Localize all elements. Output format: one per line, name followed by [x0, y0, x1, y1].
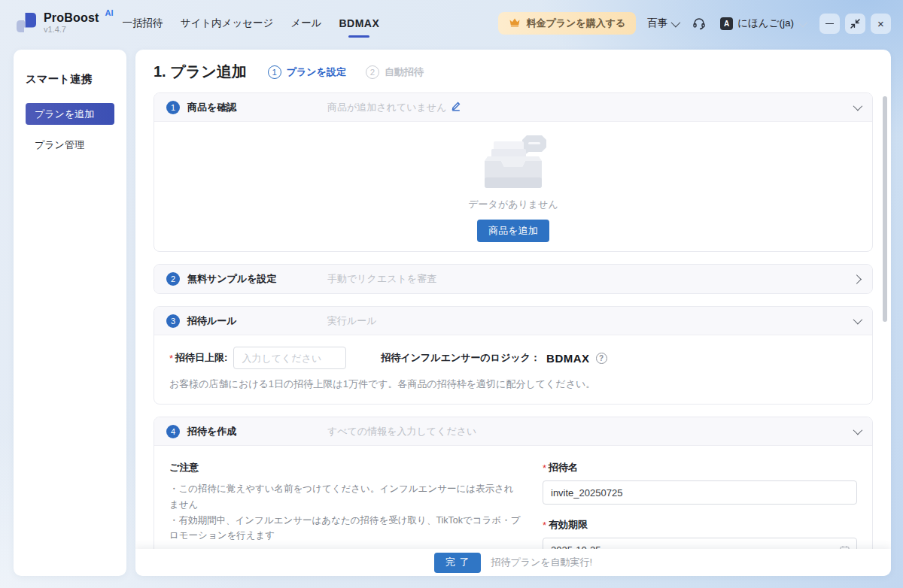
section-4-number: 4 — [166, 425, 180, 438]
help-icon[interactable]: ? — [596, 353, 607, 364]
fullscreen-icon — [850, 19, 860, 29]
step-2-label: 自動招待 — [385, 65, 424, 79]
notice-block: ご注意 ・この招待に覚えやすい名前をつけてください。インフルエンサーには表示され… — [169, 461, 523, 562]
app-name: ProBoost — [44, 11, 99, 25]
daily-limit-note: お客様の店舗における1日の招待上限は1万件です。各商品の招待枠を適切に配分してく… — [169, 377, 857, 391]
top-nav: 一括招待 サイト内メッセージ メール BDMAX — [123, 0, 380, 47]
expand-chevron-icon[interactable] — [852, 274, 862, 284]
notice-item: ・有効期間中、インフルエンサーはあなたの招待を受け取り、TikTokでコラボ・プ… — [169, 513, 523, 544]
notice-item: ・この招待に覚えやすい名前をつけてください。インフルエンサーには表示されません — [169, 481, 523, 513]
close-button[interactable]: × — [871, 14, 891, 34]
collapse-chevron-icon[interactable] — [853, 426, 863, 435]
nav-tab-bulk-invite[interactable]: 一括招待 — [123, 0, 163, 47]
collapse-chevron-icon[interactable] — [853, 102, 863, 111]
scrollbar-thumb[interactable] — [883, 96, 887, 322]
done-button[interactable]: 完 了 — [434, 553, 482, 573]
add-product-button[interactable]: 商品を追加 — [477, 220, 549, 242]
app-logo-icon — [15, 11, 38, 36]
account-name: 百事 — [647, 17, 667, 30]
language-selector[interactable]: A にほんご(ja) — [720, 17, 805, 30]
topbar-right: 料金プランを購入する 百事 A にほんご(ja) — [498, 12, 891, 35]
topbar: ProBoost v1.4.7 AI 一括招待 サイト内メッセージ メール BD… — [0, 0, 903, 47]
translate-icon-char: A — [724, 20, 729, 28]
sidebar-item-add-plan[interactable]: プランを追加 — [26, 103, 114, 125]
purchase-plan-label: 料金プランを購入する — [526, 17, 625, 30]
page-title: 1. プラン追加 — [154, 62, 247, 82]
app-version: v1.4.7 — [44, 25, 99, 34]
nav-tab-bdmax[interactable]: BDMAX — [339, 0, 379, 47]
minimize-icon — [825, 23, 834, 24]
chevron-down-icon — [798, 17, 808, 27]
main-panel: 1. プラン追加 1 プランを設定 2 自動招待 1 商品を確認 商品が追加され… — [135, 50, 891, 576]
page-header: 1. プラン追加 1 プランを設定 2 自動招待 — [154, 62, 873, 82]
purchase-plan-button[interactable]: 料金プランを購入する — [498, 12, 636, 35]
section-2-subtitle: 手動でリクエストを審査 — [327, 272, 436, 286]
section-invite-rules: 3 招待ルール 実行ルール * 招待日上限: 招待インフルエンサーのロジック： … — [154, 306, 873, 405]
empty-box-illustration — [474, 131, 552, 195]
empty-state: データがありません 商品を追加 — [154, 122, 872, 251]
sidebar: スマート連携 プランを追加 プラン管理 — [14, 50, 126, 576]
required-marker: * — [169, 353, 173, 364]
step-1-circle: 1 — [268, 65, 281, 79]
empty-state-text: データがありません — [468, 198, 558, 211]
section-invite-rules-header[interactable]: 3 招待ルール 実行ルール — [154, 307, 872, 335]
section-1-number: 1 — [166, 101, 180, 114]
account-menu[interactable]: 百事 — [647, 17, 678, 30]
step-set-plan: 1 プランを設定 — [268, 65, 346, 79]
edit-pencil-icon[interactable] — [451, 101, 461, 114]
sidebar-title: スマート連携 — [26, 72, 114, 86]
section-1-title: 商品を確認 — [187, 101, 327, 114]
influencer-logic-label: 招待インフルエンサーのロジック： — [381, 351, 540, 365]
invite-rules-body: * 招待日上限: 招待インフルエンサーのロジック： BDMAX ? お客様の店舗… — [154, 335, 872, 404]
help-icon-char: ? — [599, 354, 604, 362]
step-1-label: プランを設定 — [287, 65, 346, 79]
required-marker: * — [543, 520, 546, 531]
collapse-chevron-icon[interactable] — [853, 315, 863, 325]
section-confirm-product: 1 商品を確認 商品が追加されていません — [154, 92, 873, 252]
section-4-subtitle: すべての情報を入力してください — [327, 425, 476, 438]
section-free-sample: 2 無料サンプルを設定 手動でリクエストを審査 — [154, 264, 873, 294]
brand: ProBoost v1.4.7 AI — [15, 11, 114, 36]
section-confirm-product-header[interactable]: 1 商品を確認 商品が追加されていません — [154, 93, 872, 122]
ai-badge: AI — [105, 8, 114, 17]
nav-tab-bdmax-label: BDMAX — [339, 17, 379, 29]
section-create-invite-header[interactable]: 4 招待を作成 すべての情報を入力してください — [154, 417, 872, 446]
notice-title: ご注意 — [169, 461, 523, 474]
nav-tab-mail[interactable]: メール — [290, 0, 321, 47]
invite-name-label: 招待名 — [549, 461, 578, 474]
invite-name-input[interactable] — [543, 480, 857, 505]
support-headset-icon[interactable] — [689, 14, 709, 33]
window-controls: × — [819, 14, 891, 34]
nav-tab-site-message[interactable]: サイト内メッセージ — [181, 0, 274, 47]
required-marker: * — [543, 462, 546, 474]
section-3-subtitle: 実行ルール — [327, 314, 377, 328]
step-2-circle: 2 — [366, 65, 379, 79]
sidebar-item-manage-plans[interactable]: プラン管理 — [26, 134, 114, 156]
active-tab-indicator — [348, 35, 369, 38]
section-4-title: 招待を作成 — [187, 425, 327, 438]
chevron-down-icon — [671, 17, 681, 27]
bdmax-logo: BDMAX — [546, 352, 590, 365]
fullscreen-button[interactable] — [845, 14, 865, 34]
translate-icon: A — [720, 17, 733, 30]
minimize-button[interactable] — [819, 14, 840, 34]
action-footer: 完 了 招待プランを自動実行! — [135, 549, 891, 576]
expiry-label: 有効期限 — [549, 518, 588, 532]
section-3-title: 招待ルール — [187, 314, 327, 328]
daily-limit-input[interactable] — [233, 347, 346, 369]
section-2-number: 2 — [166, 272, 180, 286]
crown-icon — [509, 17, 521, 29]
close-icon: × — [877, 17, 884, 30]
section-1-subtitle: 商品が追加されていません — [327, 101, 461, 114]
invite-form: * 招待名 * 有効期限 — [543, 461, 857, 562]
section-free-sample-header[interactable]: 2 無料サンプルを設定 手動でリクエストを審査 — [154, 265, 872, 293]
section-2-title: 無料サンプルを設定 — [187, 272, 327, 286]
step-auto-invite: 2 自動招待 — [366, 65, 424, 79]
section-3-number: 3 — [166, 314, 180, 328]
language-label: にほんご(ja) — [737, 17, 794, 30]
footer-hint: 招待プランを自動実行! — [491, 556, 592, 569]
daily-limit-label: 招待日上限: — [175, 351, 227, 365]
step-indicator: 1 プランを設定 2 自動招待 — [268, 65, 424, 79]
section-1-subtitle-text: 商品が追加されていません — [327, 101, 446, 114]
